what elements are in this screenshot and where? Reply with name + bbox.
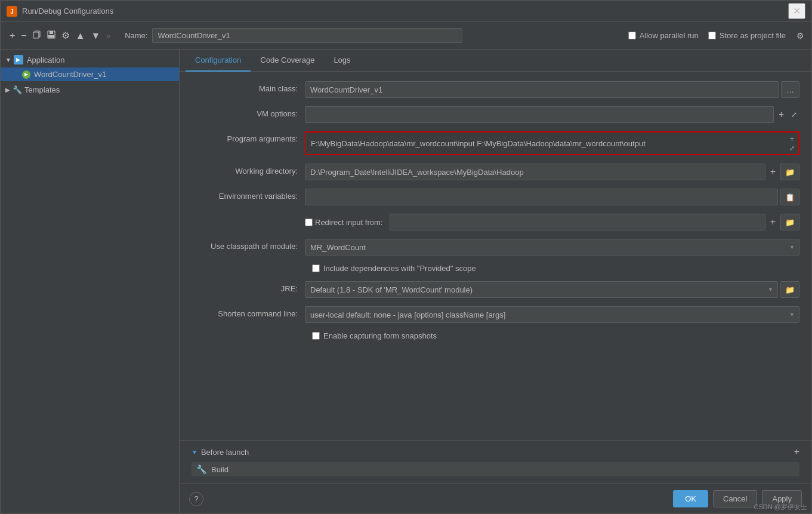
application-group: ▼ ▶ Application ▶ WordCountDriver_v1 xyxy=(1,52,179,81)
tabs: Configuration Code Coverage Logs xyxy=(180,50,811,72)
program-args-field: F:\MyBigData\Hadoop\data\mr_wordcount\in… xyxy=(305,131,799,155)
svg-rect-3 xyxy=(33,32,39,38)
main-class-row: Main class: … xyxy=(192,81,799,98)
tab-configuration[interactable]: Configuration xyxy=(186,50,251,72)
vm-options-input[interactable] xyxy=(305,106,774,123)
wordcount-item[interactable]: ▶ WordCountDriver_v1 xyxy=(1,67,179,81)
env-vars-input[interactable] xyxy=(305,189,778,205)
program-args-expand-button[interactable]: ⤢ xyxy=(787,144,797,153)
before-launch-add-button[interactable]: + xyxy=(794,447,799,457)
jre-field: Default (1.8 - SDK of 'MR_WordCount' mod… xyxy=(305,281,799,298)
copy-config-button[interactable] xyxy=(30,28,44,44)
templates-expand-icon: ▶ xyxy=(5,87,10,93)
footer: ? OK Cancel Apply xyxy=(180,484,811,513)
before-launch-expand-icon: ▼ xyxy=(192,449,197,455)
sidebar: ▼ ▶ Application ▶ WordCountDriver_v1 ▶ 🔧… xyxy=(1,50,180,513)
form-content: Main class: … VM options: + ⤢ xyxy=(180,72,811,440)
store-project-checkbox[interactable] xyxy=(708,32,716,39)
jre-select-wrapper: Default (1.8 - SDK of 'MR_WordCount' mod… xyxy=(305,281,778,298)
main-class-input[interactable] xyxy=(305,81,779,98)
footer-left: ? xyxy=(189,492,203,506)
toolbar-separator: » xyxy=(103,31,113,41)
vm-options-field: + ⤢ xyxy=(305,106,799,123)
titlebar-title: Run/Debug Configurations xyxy=(22,7,788,16)
help-button[interactable]: ? xyxy=(189,492,203,506)
gear-button[interactable]: ⚙ xyxy=(795,30,805,42)
jre-label: JRE: xyxy=(192,281,305,293)
redirect-add-button[interactable]: + xyxy=(768,216,778,229)
cancel-button[interactable]: Cancel xyxy=(713,490,757,507)
titlebar: J Run/Debug Configurations ✕ xyxy=(1,1,811,22)
save-config-button[interactable] xyxy=(44,28,58,44)
redirect-field: Redirect input from: + 📁 xyxy=(305,214,799,230)
program-args-add-button[interactable]: + xyxy=(787,134,797,144)
allow-parallel-checkbox[interactable] xyxy=(628,32,636,39)
working-dir-folder-button[interactable]: 📁 xyxy=(780,164,799,180)
classpath-label: Use classpath of module: xyxy=(192,239,305,251)
jre-folder-button[interactable]: 📁 xyxy=(780,281,799,298)
add-config-button[interactable]: + xyxy=(7,28,18,44)
include-deps-checkbox[interactable] xyxy=(312,264,320,272)
redirect-checkbox[interactable] xyxy=(305,218,313,226)
classpath-select-wrapper: MR_WordCount xyxy=(305,239,799,256)
snapshots-label[interactable]: Enable capturing form snapshots xyxy=(312,331,437,340)
snapshots-row: Enable capturing form snapshots xyxy=(192,331,799,340)
name-input[interactable] xyxy=(152,28,462,43)
wordcount-label: WordCountDriver_v1 xyxy=(34,70,106,79)
redirect-label: Redirect input from: xyxy=(315,218,382,227)
before-launch-label: Before launch xyxy=(201,448,249,457)
vm-options-add-button[interactable]: + xyxy=(776,108,786,121)
working-dir-row: Working directory: + 📁 xyxy=(192,164,799,180)
include-deps-label[interactable]: Include dependencies with "Provided" sco… xyxy=(312,264,476,273)
templates-label: Templates xyxy=(24,85,60,94)
working-dir-label: Working directory: xyxy=(192,164,305,176)
right-panel: Configuration Code Coverage Logs Main cl… xyxy=(180,50,811,513)
main-class-browse-button[interactable]: … xyxy=(781,81,799,98)
run-debug-dialog: J Run/Debug Configurations ✕ + − ⚙ ▲ ▼ » xyxy=(0,0,812,514)
close-button[interactable]: ✕ xyxy=(788,3,805,19)
config-icon: ▶ xyxy=(22,70,30,79)
jre-select[interactable]: Default (1.8 - SDK of 'MR_WordCount' mod… xyxy=(305,281,778,298)
toolbar-right: Allow parallel run Store as project file… xyxy=(628,30,805,42)
vm-options-expand-button[interactable]: ⤢ xyxy=(789,109,799,120)
working-dir-input[interactable] xyxy=(305,164,765,180)
application-header[interactable]: ▼ ▶ Application xyxy=(1,52,179,67)
shorten-select[interactable]: user-local default: none - java [options… xyxy=(305,306,799,323)
env-vars-row: Environment variables: 📋 xyxy=(192,189,799,205)
working-dir-add-button[interactable]: + xyxy=(768,165,778,178)
jre-row: JRE: Default (1.8 - SDK of 'MR_WordCount… xyxy=(192,281,799,298)
down-button[interactable]: ▼ xyxy=(88,28,104,44)
allow-parallel-label[interactable]: Allow parallel run xyxy=(628,31,699,40)
remove-config-button[interactable]: − xyxy=(18,28,29,44)
program-args-label: Program arguments: xyxy=(192,131,305,143)
svg-rect-5 xyxy=(50,31,53,34)
redirect-label-spacer xyxy=(192,214,305,217)
env-vars-label: Environment variables: xyxy=(192,189,305,201)
store-project-label[interactable]: Store as project file xyxy=(708,31,786,40)
up-button[interactable]: ▲ xyxy=(73,28,88,44)
application-label: Application xyxy=(27,56,65,64)
classpath-select[interactable]: MR_WordCount xyxy=(305,239,799,256)
svg-rect-6 xyxy=(48,35,54,38)
shorten-field: user-local default: none - java [options… xyxy=(305,306,799,323)
templates-header[interactable]: ▶ 🔧 Templates xyxy=(1,82,179,97)
classpath-field: MR_WordCount xyxy=(305,239,799,256)
main-area: ▼ ▶ Application ▶ WordCountDriver_v1 ▶ 🔧… xyxy=(1,50,811,513)
redirect-folder-button[interactable]: 📁 xyxy=(780,214,799,230)
svg-text:J: J xyxy=(10,8,14,15)
ok-button[interactable]: OK xyxy=(673,490,708,507)
application-icon: ▶ xyxy=(14,55,23,64)
build-label: Build xyxy=(211,465,229,474)
tab-coverage[interactable]: Code Coverage xyxy=(251,50,324,72)
toolbar: + − ⚙ ▲ ▼ » Name: Allow parallel xyxy=(1,22,811,50)
watermark: CSDN @罗伊女士 xyxy=(754,503,807,512)
shorten-label: Shorten command line: xyxy=(192,306,305,318)
snapshots-checkbox[interactable] xyxy=(312,332,320,340)
env-vars-copy-button[interactable]: 📋 xyxy=(780,189,799,205)
tab-logs[interactable]: Logs xyxy=(324,50,360,72)
templates-group: ▶ 🔧 Templates xyxy=(1,82,179,97)
redirect-row: Redirect input from: + 📁 xyxy=(192,214,799,230)
vm-options-row: VM options: + ⤢ xyxy=(192,106,799,123)
redirect-input[interactable] xyxy=(390,214,765,230)
wrench-button[interactable]: ⚙ xyxy=(58,27,73,44)
